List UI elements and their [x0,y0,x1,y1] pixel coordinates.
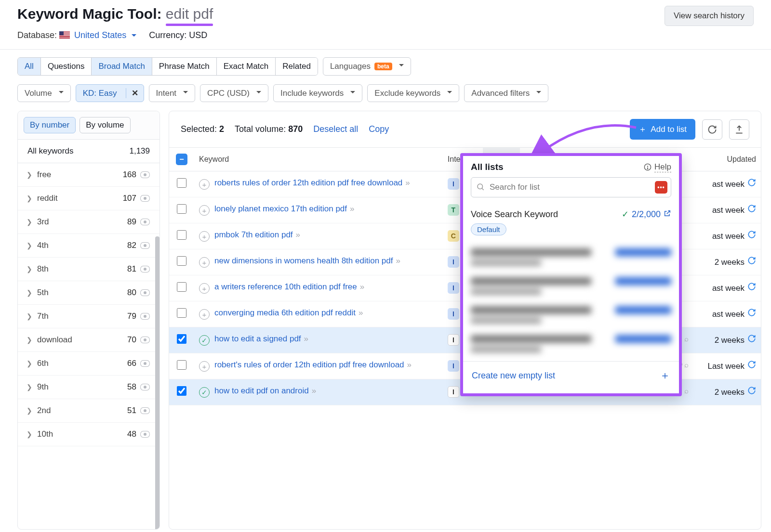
match-questions[interactable]: Questions [41,58,92,75]
match-related[interactable]: Related [276,58,318,75]
match-broad-match[interactable]: Broad Match [92,58,152,75]
add-icon[interactable]: + [199,205,210,216]
help-link[interactable]: Help [644,162,671,172]
keyword-link[interactable]: lonely planet mexico 17th edition pdf [214,204,347,213]
keyword-link[interactable]: a writers reference 10th edition pdf fre… [214,282,357,291]
tab-by-volume[interactable]: By volume [80,117,130,133]
refresh-icon[interactable] [747,178,756,189]
exclude-filter[interactable]: Exclude keywords [367,84,459,102]
row-checkbox[interactable] [177,360,186,370]
sidebar-item-10th[interactable]: ❯10th48 [18,423,160,446]
sidebar-item-8th[interactable]: ❯8th81 [18,258,160,281]
kd-filter[interactable]: KD: Easy✕ [76,84,144,102]
add-icon[interactable]: + [199,361,210,372]
expand-icon[interactable]: » [304,334,308,343]
cpc-filter[interactable]: CPC (USD) [200,84,268,102]
keyword-link[interactable]: pmbok 7th edition pdf [214,230,293,239]
row-checkbox[interactable] [177,230,186,240]
expand-icon[interactable]: » [350,204,354,213]
match-all[interactable]: All [18,58,41,75]
eye-icon[interactable] [140,337,150,343]
tab-by-number[interactable]: By number [24,117,76,133]
add-icon[interactable]: + [199,257,210,268]
refresh-icon[interactable] [747,308,756,319]
row-checkbox[interactable] [177,282,186,292]
add-icon[interactable]: + [199,283,210,294]
view-history-button[interactable]: View search history [665,6,754,26]
refresh-icon[interactable] [747,230,756,241]
sidebar-item-4th[interactable]: ❯4th82 [18,234,160,258]
row-checkbox[interactable] [177,334,186,344]
sidebar-item-6th[interactable]: ❯6th66 [18,352,160,376]
eye-icon[interactable] [140,360,150,367]
col-updated[interactable]: Updated [693,148,761,171]
eye-icon[interactable] [140,171,150,178]
select-all-checkbox[interactable]: − [176,154,187,165]
refresh-icon[interactable] [747,204,756,215]
eye-icon[interactable] [140,266,150,272]
advanced-filter[interactable]: Advanced filters [464,84,548,102]
export-button[interactable] [729,119,749,140]
intent-filter[interactable]: Intent [149,84,196,102]
eye-icon[interactable] [140,313,150,320]
languages-filter[interactable]: Languages beta [323,57,411,76]
eye-icon[interactable] [140,431,150,438]
sidebar-item-2nd[interactable]: ❯2nd51 [18,399,160,423]
sidebar-item-7th[interactable]: ❯7th79 [18,305,160,328]
add-icon[interactable]: + [199,231,210,242]
plus-icon[interactable]: ＋ [660,368,670,383]
keyword-link[interactable]: how to edit pdf on android [214,386,309,395]
keyword-link[interactable]: converging media 6th edition pdf reddit [214,308,356,317]
expand-icon[interactable]: » [396,256,400,265]
refresh-icon[interactable] [747,386,756,397]
include-filter[interactable]: Include keywords [273,84,362,102]
database-field[interactable]: Database: United States [17,30,136,40]
search-list-input[interactable] [471,177,671,197]
sidebar-item-free[interactable]: ❯free168 [18,163,160,187]
row-checkbox[interactable] [177,178,186,188]
sidebar-item-5th[interactable]: ❯5th80 [18,281,160,305]
keyword-link[interactable]: roberts rules of order 12th edition pdf … [214,178,402,187]
refresh-icon[interactable] [747,256,756,267]
added-icon[interactable]: ✓ [199,387,210,398]
eye-icon[interactable] [140,384,150,390]
sidebar-scrollbar[interactable] [155,236,160,530]
deselect-all-link[interactable]: Deselect all [313,124,358,134]
sidebar-item-9th[interactable]: ❯9th58 [18,376,160,399]
added-icon[interactable]: ✓ [199,335,210,346]
col-keyword[interactable]: Keyword [194,148,443,171]
eye-icon[interactable] [140,219,150,225]
row-checkbox[interactable] [177,204,186,214]
create-list-link[interactable]: Create new empty list [472,371,555,381]
expand-icon[interactable]: » [360,282,364,291]
expand-icon[interactable]: » [312,386,316,395]
add-icon[interactable]: + [199,179,210,190]
expand-icon[interactable]: » [296,230,300,239]
eye-icon[interactable] [140,407,150,414]
keyword-link[interactable]: how to edit a signed pdf [214,334,301,343]
expand-icon[interactable]: » [407,360,412,369]
volume-filter[interactable]: Volume [17,84,71,102]
row-checkbox[interactable] [177,386,186,396]
refresh-icon[interactable] [747,282,756,293]
match-phrase-match[interactable]: Phrase Match [152,58,217,75]
sidebar-item-3rd[interactable]: ❯3rd89 [18,210,160,234]
row-checkbox[interactable] [177,308,186,318]
copy-link[interactable]: Copy [369,124,389,134]
list-item[interactable]: Voice Search Keyword ✓ 2/2,000 Default [471,203,671,243]
keyword-link[interactable]: new dimensions in womens health 8th edit… [214,256,393,265]
refresh-icon[interactable] [747,334,756,345]
sidebar-item-reddit[interactable]: ❯reddit107 [18,187,160,210]
match-exact-match[interactable]: Exact Match [217,58,276,75]
close-icon[interactable]: ✕ [126,88,144,98]
add-to-list-button[interactable]: ＋Add to list [630,119,695,140]
expand-icon[interactable]: » [359,308,363,317]
row-checkbox[interactable] [177,256,186,266]
eye-icon[interactable] [140,195,150,202]
sidebar-all-keywords[interactable]: All keywords 1,139 [18,140,160,163]
expand-icon[interactable]: » [405,178,410,187]
eye-icon[interactable] [140,242,150,249]
keyword-link[interactable]: robert's rules of order 12th edition pdf… [214,360,404,369]
add-icon[interactable]: + [199,309,210,320]
eye-icon[interactable] [140,289,150,296]
